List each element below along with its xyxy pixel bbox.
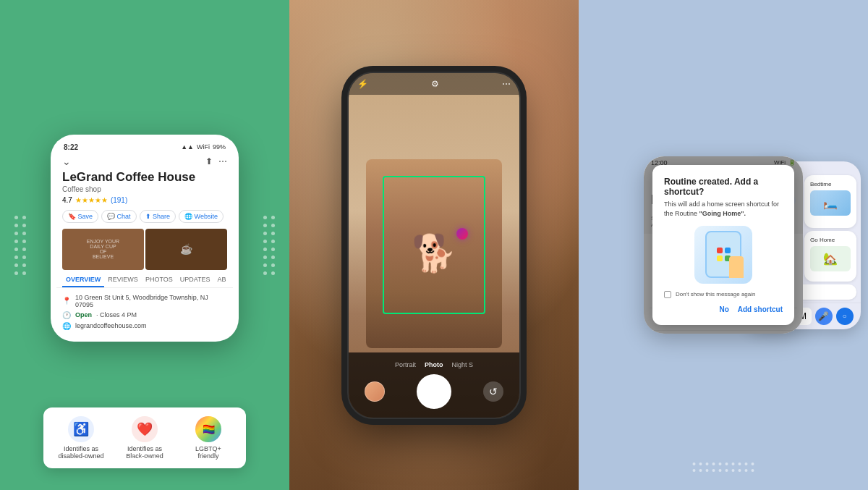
tab-photos[interactable]: PHOTOS <box>142 273 176 287</box>
panel-left: 8:22 ▲▲ WiFi 99% ⌄ ⬆ ⋯ LeGrand Coffee Ho… <box>0 0 289 490</box>
maps-action-icons: ⬆ ⋯ <box>205 156 227 166</box>
photo-1[interactable]: ENJOY YOURDAILY CUPOFBELIEVE <box>62 229 144 270</box>
attr-black-owned: ❤️ Identifies asBlack-owned <box>119 416 171 460</box>
maps-tabs: OVERVIEW REVIEWS PHOTOS UPDATES AB <box>56 273 233 288</box>
tab-updates[interactable]: UPDATES <box>176 273 214 287</box>
attr-disabled-icon: ♿ <box>68 416 94 442</box>
chat-button[interactable]: 💬 Chat <box>101 210 137 223</box>
dialog-add-shortcut-button[interactable]: Add shortcut <box>738 305 783 313</box>
mode-photo[interactable]: Photo <box>425 361 443 368</box>
attr-lgbtq-icon: 🏳️‍🌈 <box>195 416 221 442</box>
ar-dot <box>456 228 468 240</box>
maps-place-title: LeGrand Coffee House <box>56 170 233 185</box>
dialog-routine-name: "Going Home". <box>699 210 746 217</box>
figure-icon <box>729 256 744 278</box>
maps-back-icon[interactable]: ⌄ <box>62 156 71 167</box>
camera-more-icon[interactable]: ⋯ <box>502 79 511 89</box>
camera-focus-box <box>383 176 485 313</box>
bedtime-label: Bedtime <box>810 181 831 187</box>
dots-right-panel <box>693 462 754 472</box>
attr-lgbtq-label: LGBTQ+friendly <box>195 445 221 460</box>
website-button[interactable]: 🌐 Website <box>179 210 224 223</box>
camera-settings-icon[interactable]: ⚙ <box>431 79 439 89</box>
dialog-title: Routine created. Add a shortcut? <box>664 177 783 197</box>
panel-right: 12:00 WiFi 🔋 ← ⊟ ⋮ Routines + New <box>579 0 868 490</box>
camera-flip-button[interactable]: ↺ <box>483 381 503 402</box>
assistant-mic-icon[interactable]: 🎤 <box>815 308 833 325</box>
attr-disabled-owned: ♿ Identifies asdisabled-owned <box>55 416 107 460</box>
attr-black-owned-icon: ❤️ <box>132 416 158 442</box>
camera-controls: ↺ <box>349 374 519 409</box>
maps-time: 8:22 <box>64 143 78 151</box>
dialog-overlay: Routine created. Add a shortcut? This wi… <box>644 156 803 334</box>
maps-statusbar: 8:22 ▲▲ WiFi 99% <box>56 140 233 154</box>
mode-night[interactable]: Night S <box>452 361 474 368</box>
location-icon: 📍 <box>62 297 71 305</box>
rating-value: 4.7 <box>62 196 72 204</box>
home-card-bedtime[interactable]: Bedtime 🛏️ <box>804 175 856 228</box>
camera-bottom-bar: Portrait Photo Night S ↺ <box>349 352 519 418</box>
tab-about[interactable]: AB <box>214 273 230 287</box>
maps-open-status: Open <box>75 311 92 318</box>
review-count: (191) <box>111 196 127 204</box>
more-icon[interactable]: ⋯ <box>218 156 227 166</box>
dot-yellow <box>717 255 723 261</box>
photo-1-text: ENJOY YOURDAILY CUPOFBELIEVE <box>85 237 121 261</box>
phone-icon-dots <box>717 248 731 261</box>
home-card-go-home[interactable]: Go Home 🏡 <box>804 231 856 282</box>
maps-photos: ENJOY YOURDAILY CUPOFBELIEVE ☕ <box>56 226 233 273</box>
share-icon[interactable]: ⬆ <box>205 156 213 166</box>
camera-modes: Portrait Photo Night S <box>395 361 473 368</box>
maps-hours: · Closes 4 PM <box>96 311 137 318</box>
maps-website: legrandcoffeehouse.com <box>75 322 146 329</box>
save-button[interactable]: 🔖 Save <box>62 210 98 223</box>
dialog-checkbox-row: Don't show this message again <box>664 291 783 298</box>
photo-2-text: ☕ <box>179 242 194 256</box>
signal-icon: ▲▲ <box>181 143 194 151</box>
maps-info: 📍 10 Green St Unit 5, Woodbridge Townshi… <box>56 288 233 336</box>
dialog-no-button[interactable]: No <box>719 305 728 313</box>
dots-right-left-panel <box>263 216 275 275</box>
maps-header: ⌄ ⬆ ⋯ <box>56 154 233 170</box>
camera-top-bar: ⚡ ⚙ ⋯ <box>349 73 519 95</box>
camera-flash-icon[interactable]: ⚡ <box>357 79 368 89</box>
lens-icon[interactable]: ○ <box>836 308 854 325</box>
routines-phone-mockup: 12:00 WiFi 🔋 ← ⊟ ⋮ Routines + New <box>644 156 803 334</box>
panel-middle: ⚡ ⚙ ⋯ 🐕 Portrait Photo Night <box>289 0 579 490</box>
photo-2[interactable]: ☕ <box>145 229 227 270</box>
camera-thumbnail[interactable] <box>365 381 385 402</box>
camera-phone-mockup: ⚡ ⚙ ⋯ 🐕 Portrait Photo Night <box>347 72 521 419</box>
tab-overview[interactable]: OVERVIEW <box>62 273 104 287</box>
dots-bottom-left <box>115 457 174 468</box>
camera-phone-wrapper: ⚡ ⚙ ⋯ 🐕 Portrait Photo Night <box>289 0 579 490</box>
share-button[interactable]: ⬆ Share <box>140 210 176 223</box>
go-home-image: 🏡 <box>810 246 851 271</box>
maps-website-row: 🌐 legrandcoffeehouse.com <box>62 321 227 331</box>
maps-phone-mockup: 8:22 ▲▲ WiFi 99% ⌄ ⬆ ⋯ LeGrand Coffee Ho… <box>51 135 239 342</box>
battery-icon: 99% <box>213 143 226 151</box>
dot-red <box>717 248 723 253</box>
maps-rating: 4.7 ★★★★★ (191) <box>56 196 233 207</box>
dots-left <box>14 216 26 275</box>
tab-reviews[interactable]: REVIEWS <box>104 273 142 287</box>
dialog-text: This will add a home screen shortcut for… <box>664 200 783 218</box>
maps-place-subtitle: Coffee shop <box>56 185 233 196</box>
dialog-checkbox[interactable] <box>664 291 671 298</box>
dot-blue <box>725 248 731 253</box>
camera-shutter-button[interactable] <box>417 374 451 409</box>
attr-lgbtq: 🏳️‍🌈 LGBTQ+friendly <box>182 416 234 460</box>
maps-address-row: 📍 10 Green St Unit 5, Woodbridge Townshi… <box>62 292 227 310</box>
stars-icon: ★★★★★ <box>75 196 108 204</box>
right-content: 12:00 WiFi 🔋 ← ⊟ ⋮ Routines + New <box>579 0 868 490</box>
dialog-illustration <box>694 226 752 284</box>
mode-portrait[interactable]: Portrait <box>395 361 416 368</box>
maps-address: 10 Green St Unit 5, Woodbridge Township,… <box>75 294 227 308</box>
dialog-checkbox-label: Don't show this message again <box>676 291 755 297</box>
go-home-label: Go Home <box>810 237 835 243</box>
attr-disabled-label: Identifies asdisabled-owned <box>58 445 103 460</box>
maps-hours-row: 🕐 Open · Closes 4 PM <box>62 310 227 321</box>
web-icon: 🌐 <box>62 322 71 330</box>
maps-status-icons: ▲▲ WiFi 99% <box>181 143 226 151</box>
maps-actions: 🔖 Save 💬 Chat ⬆ Share 🌐 Website <box>56 207 233 226</box>
camera-screen: ⚡ ⚙ ⋯ 🐕 Portrait Photo Night <box>349 73 519 418</box>
